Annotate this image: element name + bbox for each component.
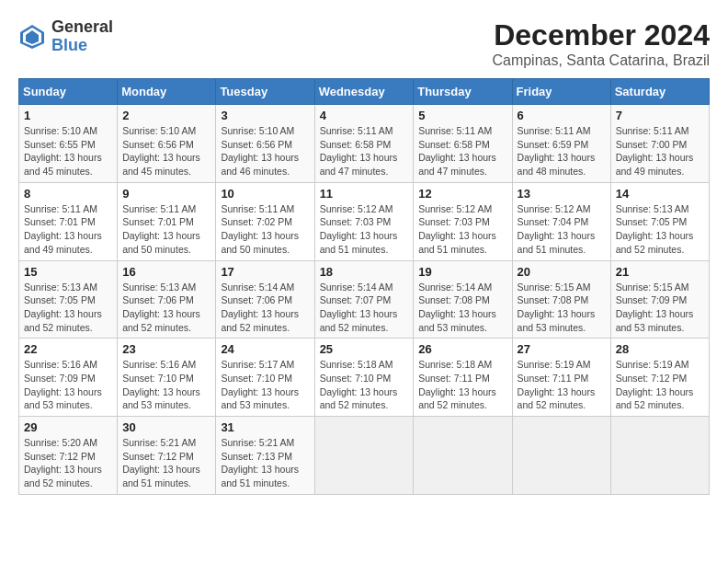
day-cell: 11Sunrise: 5:12 AMSunset: 7:03 PMDayligh…	[314, 182, 414, 260]
day-info: Sunrise: 5:18 AMSunset: 7:11 PMDaylight:…	[418, 358, 506, 412]
day-number: 9	[122, 187, 210, 201]
day-cell: 4Sunrise: 5:11 AMSunset: 6:58 PMDaylight…	[314, 105, 414, 183]
day-cell: 7Sunrise: 5:11 AMSunset: 7:00 PMDaylight…	[610, 105, 709, 183]
day-info: Sunrise: 5:16 AMSunset: 7:09 PMDaylight:…	[24, 358, 112, 412]
day-cell	[414, 417, 512, 495]
day-number: 17	[221, 265, 309, 279]
day-number: 2	[122, 109, 210, 122]
day-cell: 23Sunrise: 5:16 AMSunset: 7:10 PMDayligh…	[118, 339, 216, 417]
calendar-table: SundayMondayTuesdayWednesdayThursdayFrid…	[18, 78, 710, 495]
day-number: 21	[616, 265, 704, 279]
day-cell: 1Sunrise: 5:10 AMSunset: 6:55 PMDaylight…	[19, 105, 118, 183]
week-row-4: 22Sunrise: 5:16 AMSunset: 7:09 PMDayligh…	[19, 339, 710, 417]
header-cell-friday: Friday	[512, 79, 610, 105]
day-info: Sunrise: 5:13 AMSunset: 7:05 PMDaylight:…	[616, 202, 704, 257]
day-info: Sunrise: 5:13 AMSunset: 7:06 PMDaylight:…	[122, 281, 210, 335]
day-number: 28	[616, 342, 704, 356]
day-info: Sunrise: 5:21 AMSunset: 7:12 PMDaylight:…	[122, 436, 210, 490]
day-number: 7	[616, 109, 704, 122]
day-info: Sunrise: 5:19 AMSunset: 7:12 PMDaylight:…	[616, 358, 704, 412]
day-cell: 21Sunrise: 5:15 AMSunset: 7:09 PMDayligh…	[610, 260, 709, 339]
day-cell: 19Sunrise: 5:14 AMSunset: 7:08 PMDayligh…	[414, 260, 512, 339]
day-cell: 29Sunrise: 5:20 AMSunset: 7:12 PMDayligh…	[19, 417, 118, 495]
logo-line2: Blue	[51, 37, 113, 55]
header-cell-wednesday: Wednesday	[314, 79, 414, 105]
header-cell-monday: Monday	[118, 79, 216, 105]
day-number: 15	[24, 265, 112, 279]
page-header: General Blue December 2024 Campinas, San…	[18, 18, 710, 69]
logo-line1: General	[51, 18, 113, 37]
day-number: 18	[320, 265, 409, 279]
day-number: 10	[221, 187, 309, 201]
logo-icon	[18, 23, 46, 51]
day-info: Sunrise: 5:10 AMSunset: 6:56 PMDaylight:…	[221, 124, 309, 178]
day-cell: 2Sunrise: 5:10 AMSunset: 6:56 PMDaylight…	[118, 105, 216, 183]
header-cell-tuesday: Tuesday	[216, 79, 314, 105]
day-info: Sunrise: 5:21 AMSunset: 7:13 PMDaylight:…	[221, 436, 309, 490]
day-cell: 31Sunrise: 5:21 AMSunset: 7:13 PMDayligh…	[216, 417, 314, 495]
day-number: 1	[24, 109, 112, 122]
day-cell: 25Sunrise: 5:18 AMSunset: 7:10 PMDayligh…	[314, 339, 414, 417]
day-number: 3	[221, 109, 309, 122]
day-cell	[512, 417, 610, 495]
day-cell: 28Sunrise: 5:19 AMSunset: 7:12 PMDayligh…	[610, 339, 709, 417]
day-cell: 26Sunrise: 5:18 AMSunset: 7:11 PMDayligh…	[414, 339, 512, 417]
day-info: Sunrise: 5:12 AMSunset: 7:04 PMDaylight:…	[518, 202, 606, 257]
day-number: 27	[518, 342, 606, 356]
day-info: Sunrise: 5:14 AMSunset: 7:07 PMDaylight:…	[320, 281, 409, 335]
day-info: Sunrise: 5:10 AMSunset: 6:55 PMDaylight:…	[24, 124, 112, 178]
day-info: Sunrise: 5:11 AMSunset: 6:58 PMDaylight:…	[320, 124, 409, 178]
day-number: 12	[418, 187, 506, 201]
day-info: Sunrise: 5:11 AMSunset: 7:01 PMDaylight:…	[122, 202, 210, 257]
title-block: December 2024 Campinas, Santa Catarina, …	[492, 18, 710, 69]
calendar-title: December 2024	[492, 18, 710, 52]
day-info: Sunrise: 5:11 AMSunset: 6:58 PMDaylight:…	[418, 124, 506, 178]
day-number: 26	[418, 342, 506, 356]
day-info: Sunrise: 5:19 AMSunset: 7:11 PMDaylight:…	[518, 358, 606, 412]
day-cell: 5Sunrise: 5:11 AMSunset: 6:58 PMDaylight…	[414, 105, 512, 183]
day-cell: 3Sunrise: 5:10 AMSunset: 6:56 PMDaylight…	[216, 105, 314, 183]
logo: General Blue	[18, 18, 113, 55]
day-cell: 18Sunrise: 5:14 AMSunset: 7:07 PMDayligh…	[314, 260, 414, 339]
day-number: 30	[122, 420, 210, 434]
day-number: 6	[518, 109, 606, 122]
header-cell-thursday: Thursday	[414, 79, 512, 105]
day-number: 16	[122, 265, 210, 279]
day-number: 8	[24, 187, 112, 201]
day-cell: 15Sunrise: 5:13 AMSunset: 7:05 PMDayligh…	[19, 260, 118, 339]
day-cell: 20Sunrise: 5:15 AMSunset: 7:08 PMDayligh…	[512, 260, 610, 339]
day-cell: 9Sunrise: 5:11 AMSunset: 7:01 PMDaylight…	[118, 182, 216, 260]
day-number: 25	[320, 342, 409, 356]
day-info: Sunrise: 5:11 AMSunset: 7:01 PMDaylight:…	[24, 202, 112, 257]
day-info: Sunrise: 5:11 AMSunset: 7:00 PMDaylight:…	[616, 124, 704, 178]
day-cell: 22Sunrise: 5:16 AMSunset: 7:09 PMDayligh…	[19, 339, 118, 417]
day-cell: 27Sunrise: 5:19 AMSunset: 7:11 PMDayligh…	[512, 339, 610, 417]
day-cell	[314, 417, 414, 495]
day-number: 4	[320, 109, 409, 122]
header-cell-saturday: Saturday	[610, 79, 709, 105]
day-number: 24	[221, 342, 309, 356]
logo-text: General Blue	[51, 18, 113, 55]
day-info: Sunrise: 5:12 AMSunset: 7:03 PMDaylight:…	[320, 202, 409, 257]
day-info: Sunrise: 5:18 AMSunset: 7:10 PMDaylight:…	[320, 358, 409, 412]
day-number: 23	[122, 342, 210, 356]
day-info: Sunrise: 5:15 AMSunset: 7:08 PMDaylight:…	[518, 281, 606, 335]
day-info: Sunrise: 5:11 AMSunset: 6:59 PMDaylight:…	[518, 124, 606, 178]
day-info: Sunrise: 5:14 AMSunset: 7:06 PMDaylight:…	[221, 281, 309, 335]
day-cell: 16Sunrise: 5:13 AMSunset: 7:06 PMDayligh…	[118, 260, 216, 339]
day-cell: 14Sunrise: 5:13 AMSunset: 7:05 PMDayligh…	[610, 182, 709, 260]
day-number: 31	[221, 420, 309, 434]
day-cell: 8Sunrise: 5:11 AMSunset: 7:01 PMDaylight…	[19, 182, 118, 260]
week-row-5: 29Sunrise: 5:20 AMSunset: 7:12 PMDayligh…	[19, 417, 710, 495]
day-number: 11	[320, 187, 409, 201]
day-info: Sunrise: 5:20 AMSunset: 7:12 PMDaylight:…	[24, 436, 112, 490]
day-info: Sunrise: 5:10 AMSunset: 6:56 PMDaylight:…	[122, 124, 210, 178]
day-info: Sunrise: 5:11 AMSunset: 7:02 PMDaylight:…	[221, 202, 309, 257]
day-number: 19	[418, 265, 506, 279]
day-cell: 30Sunrise: 5:21 AMSunset: 7:12 PMDayligh…	[118, 417, 216, 495]
day-info: Sunrise: 5:15 AMSunset: 7:09 PMDaylight:…	[616, 281, 704, 335]
day-number: 14	[616, 187, 704, 201]
day-number: 13	[518, 187, 606, 201]
day-info: Sunrise: 5:17 AMSunset: 7:10 PMDaylight:…	[221, 358, 309, 412]
header-cell-sunday: Sunday	[19, 79, 118, 105]
